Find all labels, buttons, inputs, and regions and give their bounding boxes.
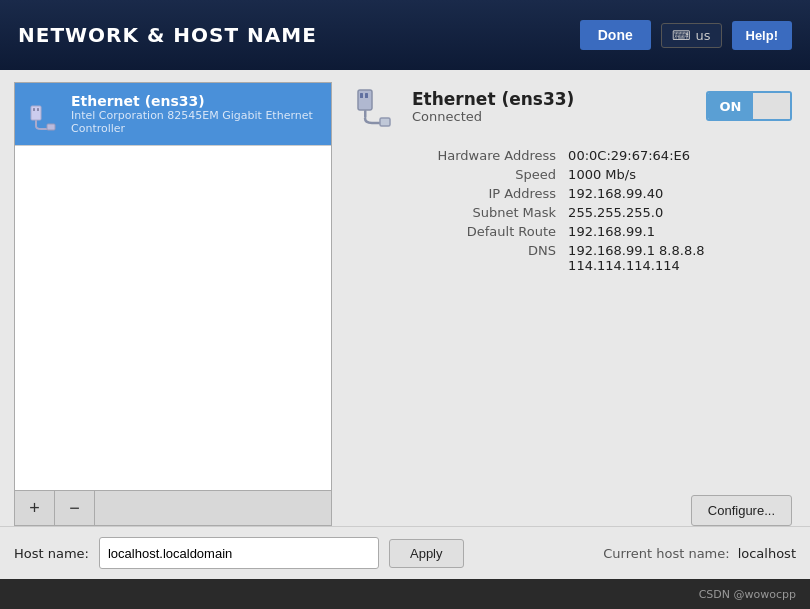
ens-title-area: Ethernet (ens33) Connected [412, 89, 574, 124]
details-table: Hardware Address 00:0C:29:67:64:E6 Speed… [350, 148, 792, 273]
footer-text: CSDN @wowocpp [699, 588, 796, 601]
network-item-name: Ethernet (ens33) [71, 93, 321, 109]
svg-rect-0 [31, 106, 41, 120]
current-hostname-area: Current host name: localhost [603, 546, 796, 561]
network-list: Ethernet (ens33) Intel Corporation 82545… [15, 83, 331, 490]
current-hostname-label: Current host name: [603, 546, 729, 561]
left-panel: Ethernet (ens33) Intel Corporation 82545… [14, 82, 332, 526]
svg-rect-7 [365, 93, 368, 98]
configure-button[interactable]: Configure... [691, 495, 792, 526]
page-title: NETWORK & HOST NAME [18, 23, 317, 47]
bottom-bar: Host name: Apply Current host name: loca… [0, 526, 810, 579]
hostname-input[interactable] [99, 537, 379, 569]
apply-button[interactable]: Apply [389, 539, 464, 568]
locale-area: ⌨ us [661, 23, 722, 48]
list-item[interactable]: Ethernet (ens33) Intel Corporation 82545… [15, 83, 331, 146]
subnet-mask-value: 255.255.255.0 [568, 205, 792, 220]
ethernet-icon [25, 96, 61, 132]
svg-rect-1 [33, 108, 35, 111]
dns-values: 192.168.99.1 8.8.8.8 114.114.114.114 [568, 243, 792, 273]
network-item-icon [25, 96, 61, 132]
ip-address-label: IP Address [350, 186, 560, 201]
hardware-address-label: Hardware Address [350, 148, 560, 163]
dns-value-1: 192.168.99.1 8.8.8.8 [568, 243, 792, 258]
toggle-switch[interactable]: ON [706, 91, 792, 121]
svg-rect-4 [47, 124, 55, 130]
locale-selector[interactable]: ⌨ us [661, 23, 722, 48]
right-panel: Ethernet (ens33) Connected ON Hardware A… [346, 82, 796, 526]
default-route-value: 192.168.99.1 [568, 224, 792, 239]
speed-label: Speed [350, 167, 560, 182]
svg-rect-6 [360, 93, 363, 98]
locale-value: us [695, 28, 710, 43]
ens-icon [350, 82, 398, 130]
panel-buttons: + − [15, 490, 331, 525]
current-hostname-value: localhost [738, 546, 796, 561]
header: NETWORK & HOST NAME Done ⌨ us Help! [0, 0, 810, 70]
dns-label: DNS [350, 243, 560, 258]
done-button[interactable]: Done [580, 20, 651, 50]
ethernet-large-icon [350, 82, 398, 130]
help-button[interactable]: Help! [732, 21, 793, 50]
ip-address-value: 192.168.99.40 [568, 186, 792, 201]
svg-rect-9 [380, 118, 390, 126]
ens-status: Connected [412, 109, 574, 124]
right-header: Ethernet (ens33) Connected ON [350, 82, 792, 130]
add-network-button[interactable]: + [15, 491, 55, 525]
svg-rect-2 [37, 108, 39, 111]
svg-rect-5 [358, 90, 372, 110]
svg-rect-8 [364, 110, 367, 118]
network-item-desc: Intel Corporation 82545EM Gigabit Ethern… [71, 109, 321, 135]
header-right: Done ⌨ us Help! [580, 20, 792, 50]
keyboard-icon: ⌨ [672, 28, 691, 43]
svg-rect-3 [35, 120, 37, 126]
toggle-off-label[interactable] [753, 93, 790, 119]
toggle-on-label[interactable]: ON [708, 93, 754, 119]
remove-network-button[interactable]: − [55, 491, 95, 525]
speed-value: 1000 Mb/s [568, 167, 792, 182]
subnet-mask-label: Subnet Mask [350, 205, 560, 220]
default-route-label: Default Route [350, 224, 560, 239]
right-header-left: Ethernet (ens33) Connected [350, 82, 574, 130]
hostname-label: Host name: [14, 546, 89, 561]
dns-value-2: 114.114.114.114 [568, 258, 792, 273]
ens-title: Ethernet (ens33) [412, 89, 574, 109]
main-content: Ethernet (ens33) Intel Corporation 82545… [0, 70, 810, 579]
network-item-info: Ethernet (ens33) Intel Corporation 82545… [71, 93, 321, 135]
hardware-address-value: 00:0C:29:67:64:E6 [568, 148, 792, 163]
content-area: Ethernet (ens33) Intel Corporation 82545… [0, 70, 810, 526]
footer: CSDN @wowocpp [0, 579, 810, 609]
